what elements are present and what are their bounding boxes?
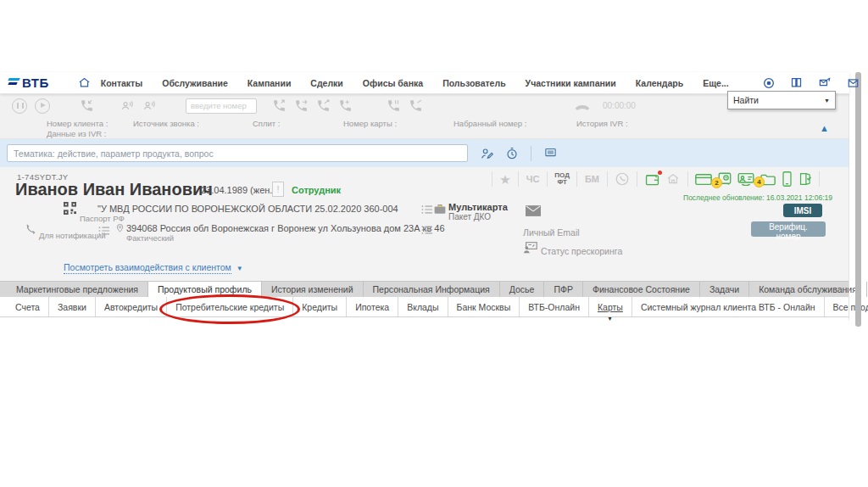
primary-tab[interactable]: Маркетинговые предложения bbox=[7, 282, 148, 297]
dial-number-input[interactable] bbox=[186, 98, 257, 114]
primary-tab[interactable]: История изменений bbox=[262, 282, 364, 297]
alert-icon[interactable]: ! bbox=[272, 182, 284, 197]
timer-icon[interactable] bbox=[505, 147, 519, 160]
bm-badge[interactable]: БМ bbox=[585, 174, 599, 184]
pause-call-button[interactable] bbox=[12, 98, 27, 114]
mail-icon[interactable] bbox=[846, 77, 860, 89]
collapse-panel-arrow[interactable]: ▲ bbox=[820, 123, 829, 133]
aml-badge[interactable]: ПОД ФТ bbox=[554, 172, 570, 186]
resume-call-button[interactable] bbox=[35, 98, 50, 114]
incoming-call-icon[interactable] bbox=[80, 98, 94, 113]
hangup-icon[interactable] bbox=[574, 101, 591, 111]
call-retrieve-icon[interactable] bbox=[409, 98, 423, 113]
vtb-logo[interactable]: ВТБ bbox=[8, 76, 49, 90]
secondary-tab-label: Ипотека bbox=[355, 302, 389, 312]
interactions-link[interactable]: Посмотреть взаимодействия с клиентом ▼ bbox=[64, 262, 243, 272]
nav-menu-item[interactable]: Контакты bbox=[101, 78, 143, 88]
thematic-search-input[interactable] bbox=[7, 144, 468, 162]
address-pin-icon bbox=[115, 222, 125, 234]
primary-tab[interactable]: Персональная Информация bbox=[364, 282, 500, 297]
mail-send-icon[interactable] bbox=[817, 76, 832, 89]
card-holder-icon[interactable] bbox=[737, 172, 754, 186]
folder-icon[interactable]: 4 bbox=[760, 172, 776, 186]
primary-tab[interactable]: Финансовое Состояние bbox=[583, 282, 700, 297]
primary-tab-label: Задачи bbox=[709, 284, 739, 294]
interactions-link-text: Посмотреть взаимодействия с клиентом bbox=[64, 262, 231, 274]
phone-circle-icon[interactable] bbox=[615, 171, 630, 187]
nav-menu-item[interactable]: Кампании bbox=[248, 78, 292, 88]
address-book-icon[interactable] bbox=[789, 76, 804, 89]
secondary-tab[interactable]: Карты bbox=[589, 297, 632, 316]
label-ivr-data: Данные из IVR : bbox=[47, 129, 106, 138]
agent-headset-2-icon[interactable] bbox=[142, 99, 157, 112]
cti-field-labels: Номер клиента : Данные из IVR : Источник… bbox=[0, 117, 849, 138]
exit-check-icon[interactable] bbox=[798, 171, 812, 187]
client-card: 1-74SYDT.JY Иванов Иван Иванович 23.04.1… bbox=[0, 167, 849, 281]
favorite-star-icon[interactable]: ★ bbox=[499, 173, 510, 186]
notification-phone-label: Для нотификаций bbox=[39, 231, 106, 240]
notification-list-icon[interactable] bbox=[98, 226, 110, 236]
primary-tab-label: Финансовое Состояние bbox=[593, 284, 690, 294]
wallet-icon[interactable] bbox=[644, 172, 660, 187]
call-forward-icon[interactable] bbox=[294, 98, 309, 113]
email-icon[interactable] bbox=[526, 205, 541, 216]
folder-counter-badge: 4 bbox=[754, 176, 765, 188]
secondary-tab-label: Автокредиты bbox=[104, 302, 158, 312]
client-icon-strip: ★ ЧС ПОД ФТ БМ bbox=[487, 169, 824, 189]
primary-tab[interactable]: Продуктовый профиль bbox=[148, 282, 262, 297]
call-conference-icon[interactable] bbox=[338, 98, 353, 113]
vertical-scrollbar[interactable] bbox=[855, 72, 861, 327]
secondary-tab[interactable]: Вклады bbox=[398, 297, 448, 316]
secondary-tab[interactable]: Банк Москвы bbox=[448, 297, 520, 316]
verified-number-button[interactable]: Верифиц. номер bbox=[751, 221, 826, 237]
nav-menu-item[interactable]: Сделки bbox=[310, 78, 342, 88]
nav-menu-item[interactable]: Пользователь bbox=[442, 78, 505, 88]
secondary-tab[interactable]: Ипотека bbox=[347, 297, 398, 316]
phone-receiver-icon[interactable] bbox=[24, 223, 36, 236]
secondary-tab[interactable]: Системный журнал клиента ВТБ - Онлайн bbox=[632, 297, 825, 316]
secondary-tab[interactable]: Заявки bbox=[49, 297, 96, 316]
record-icon[interactable] bbox=[762, 76, 776, 90]
secondary-tab[interactable]: Счета bbox=[7, 297, 49, 316]
address-list-icon[interactable] bbox=[421, 225, 433, 235]
primary-tab[interactable]: ПФР bbox=[544, 282, 583, 297]
agent-edit-icon[interactable] bbox=[480, 147, 493, 160]
blacklist-badge[interactable]: ЧС bbox=[526, 174, 540, 184]
label-ivr-history: История IVR : bbox=[576, 119, 628, 128]
secondary-tab-label: ВТБ-Онлайн bbox=[528, 302, 580, 312]
call-timer: 00:00:00 bbox=[603, 101, 636, 110]
primary-tab[interactable]: Задачи bbox=[700, 282, 749, 297]
nav-menu-item[interactable]: Участники кампании bbox=[526, 78, 616, 88]
call-hold-icon[interactable] bbox=[387, 98, 401, 113]
nav-menu-item[interactable]: Календарь bbox=[636, 78, 683, 88]
imsi-button[interactable]: IMSI bbox=[783, 204, 822, 217]
find-dropdown[interactable]: Найти ▼ bbox=[727, 91, 836, 109]
secondary-tab[interactable]: ВТБ-Онлайн bbox=[520, 297, 589, 316]
secondary-tab-label: Карты bbox=[598, 302, 623, 312]
screen-share-icon[interactable] bbox=[543, 147, 558, 160]
call-transfer-icon[interactable] bbox=[316, 98, 331, 113]
mobile-icon[interactable] bbox=[782, 171, 793, 187]
agent-headset-icon[interactable] bbox=[120, 99, 135, 112]
safe-deposit-icon[interactable]: 2 bbox=[717, 171, 732, 187]
call-out-icon[interactable] bbox=[272, 98, 287, 113]
qr-code-icon[interactable] bbox=[64, 202, 76, 215]
nav-menu-item[interactable]: Обслуживание bbox=[162, 78, 228, 88]
secondary-tab-label: Счета bbox=[15, 302, 40, 312]
secondary-tab[interactable]: Потребительские кредиты bbox=[167, 297, 293, 316]
nav-menu-item[interactable]: Офисы банка bbox=[363, 78, 423, 88]
card-icon[interactable] bbox=[695, 173, 712, 186]
primary-tab[interactable]: Досье bbox=[500, 282, 545, 297]
passport-list-icon[interactable] bbox=[421, 204, 433, 215]
personal-email-label: Личный Email bbox=[523, 227, 580, 238]
secondary-tab[interactable]: Все продукты bbox=[825, 297, 868, 316]
find-dropdown-label: Найти bbox=[733, 95, 759, 105]
secondary-tab[interactable]: Кредиты bbox=[293, 297, 347, 316]
home-icon[interactable] bbox=[78, 76, 91, 89]
secondary-tab-label: Потребительские кредиты bbox=[175, 302, 284, 312]
nav-menu-item[interactable]: Еще... bbox=[703, 78, 728, 88]
primary-tab[interactable]: Команда обслуживания bbox=[749, 282, 867, 297]
cti-controls: 00:00:00 bbox=[0, 94, 849, 117]
secondary-tab[interactable]: Автокредиты bbox=[96, 297, 167, 316]
house-icon[interactable] bbox=[665, 172, 681, 186]
